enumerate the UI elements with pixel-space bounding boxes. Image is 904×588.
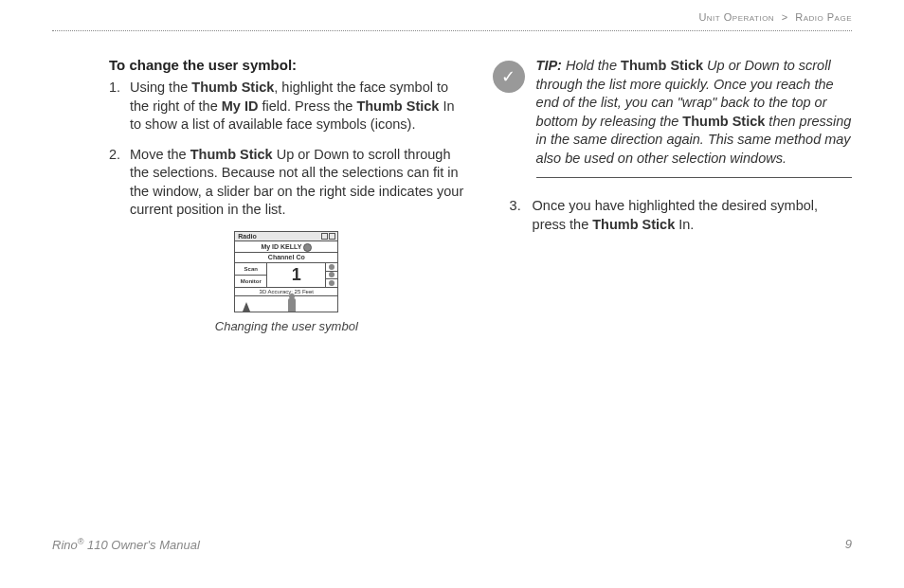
- manual-title: Rino® 110 Owner's Manual: [52, 537, 200, 552]
- titlebar-icons: [321, 233, 335, 240]
- face-icon: [303, 243, 312, 252]
- page-footer: Rino® 110 Owner's Manual 9: [52, 537, 852, 552]
- page-number: 9: [845, 537, 852, 552]
- accuracy-row: 3D Accuracy: 25 Feet: [235, 288, 337, 296]
- thumb-stick-term: Thumb Stick: [621, 58, 703, 73]
- device-mid: Scan Monitor 1: [235, 263, 337, 288]
- breadcrumb: Unit Operation > Radio Page: [698, 11, 852, 23]
- checkmark-icon: ✓: [493, 61, 525, 93]
- scene-illustration: [235, 296, 337, 312]
- person-icon: [288, 298, 296, 312]
- step-3: 3. Once you have highlighted the desired…: [493, 197, 852, 234]
- scan-button: Scan: [235, 263, 267, 276]
- step-number: 3.: [510, 197, 521, 216]
- tip-label: TIP:: [536, 58, 562, 73]
- section-heading: To change the user symbol:: [109, 57, 464, 73]
- breadcrumb-separator: >: [782, 11, 788, 23]
- left-column: To change the user symbol: Using the Thu…: [109, 57, 464, 333]
- thumb-stick-term: Thumb Stick: [592, 217, 675, 232]
- device-id-row: My ID KELLY: [235, 241, 337, 253]
- tip-block: ✓ TIP: Hold the Thumb Stick Up or Down t…: [493, 57, 852, 178]
- step-1: Using the Thumb Stick, highlight the fac…: [109, 79, 464, 134]
- thumb-stick-term: Thumb Stick: [191, 80, 274, 95]
- breadcrumb-page: Radio Page: [795, 11, 852, 23]
- symbol-list: [326, 263, 337, 287]
- tree-icon: [243, 302, 250, 312]
- device-channel-header: Channel Co: [235, 253, 337, 263]
- figure: Radio My ID KELLY Channel Co Scan Monito…: [109, 231, 464, 333]
- tip-text: TIP: Hold the Thumb Stick Up or Down to …: [536, 57, 852, 178]
- monitor-button: Monitor: [235, 276, 267, 287]
- figure-caption: Changing the user symbol: [109, 319, 464, 333]
- my-id-term: My ID: [222, 98, 259, 114]
- breadcrumb-section: Unit Operation: [698, 11, 774, 23]
- step-2: Move the Thumb Stick Up or Down to scrol…: [109, 146, 464, 220]
- thumb-stick-term: Thumb Stick: [356, 98, 439, 114]
- device-screenshot: Radio My ID KELLY Channel Co Scan Monito…: [234, 231, 338, 312]
- channel-number: 1: [267, 263, 326, 287]
- thumb-stick-term: Thumb Stick: [190, 147, 273, 162]
- header-divider: [52, 30, 852, 31]
- device-titlebar: Radio: [235, 232, 337, 241]
- thumb-stick-term: Thumb Stick: [682, 114, 765, 129]
- right-column: ✓ TIP: Hold the Thumb Stick Up or Down t…: [493, 57, 852, 333]
